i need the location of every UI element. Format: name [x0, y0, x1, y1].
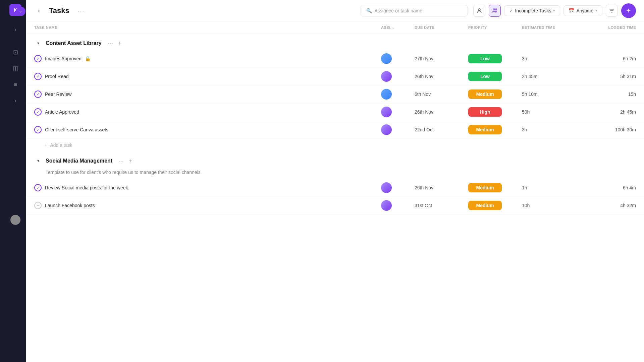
task-estimated-time: 5h 10m — [522, 92, 582, 97]
group-title-2: Social Media Management — [46, 158, 112, 164]
task-checkbox[interactable]: ✓ — [34, 184, 42, 191]
avatar — [381, 71, 392, 82]
task-name-cell: ✓ Review Social media posts for the week… — [34, 184, 381, 191]
task-assignee — [381, 182, 415, 193]
group-collapse-arrow-1[interactable]: ▾ — [34, 39, 42, 47]
task-name: Proof Read — [45, 74, 69, 79]
task-name: Peer Review — [45, 92, 71, 97]
task-name: Review Social media posts for the week. — [45, 185, 129, 190]
task-name-cell: ✓ Proof Read — [34, 73, 381, 80]
col-assignee: ASSI... — [381, 25, 415, 29]
table-row: ✓ Article Approved 26th Nov High 50h 2h … — [26, 103, 644, 121]
task-estimated-time: 3h — [522, 127, 582, 132]
task-due-date: 26th Nov — [415, 74, 468, 79]
group-filter-btn[interactable] — [489, 5, 501, 17]
task-name: Launch Facebook posts — [45, 203, 95, 208]
group-add-btn-1[interactable]: + — [116, 39, 124, 47]
table-header: TASK NAME ASSI... DUE DATE PRIORITY ESTI… — [26, 21, 644, 34]
task-assignee — [381, 107, 415, 117]
header: › Tasks ⋯ 🔍 Assignee or task name ✓ Inco… — [26, 0, 644, 21]
chevron-down-icon-2: ▾ — [595, 8, 597, 13]
priority-badge: Low — [468, 54, 502, 63]
table-row: − Launch Facebook posts 31st Oct Medium … — [26, 197, 644, 215]
table-row: ✓ Peer Review 6th Nov Medium 5h 10m 15h — [26, 85, 644, 103]
task-assignee — [381, 53, 415, 64]
task-estimated-time: 1h — [522, 185, 582, 190]
sidebar-nav-item-2[interactable]: ⊡ — [9, 46, 22, 59]
sidebar-nav-item-3[interactable]: ◫ — [9, 62, 22, 75]
task-priority: Medium — [468, 183, 522, 192]
group-description: Template to use for client's who require… — [26, 168, 644, 179]
priority-badge: Medium — [468, 201, 502, 210]
task-name-cell: ✓ Article Approved — [34, 108, 381, 116]
group-header-1: ▾ Content Asset Library ⋯ + — [26, 34, 644, 50]
sidebar-nav-item-4[interactable]: ≡ — [9, 78, 22, 91]
sidebar-nav-item-1[interactable]: › — [9, 23, 22, 36]
task-logged-time: 6h 2m — [582, 56, 636, 61]
assignee-filter-btn[interactable] — [473, 5, 485, 17]
task-checkbox[interactable]: ✓ — [34, 73, 42, 80]
task-due-date: 31st Oct — [415, 203, 468, 208]
header-menu-dots[interactable]: ⋯ — [77, 7, 84, 15]
task-due-date: 6th Nov — [415, 92, 468, 97]
col-due-date: DUE DATE — [415, 25, 468, 29]
group-content-asset-library: ▾ Content Asset Library ⋯ + ✓ Images App… — [26, 34, 644, 152]
avatar — [381, 89, 392, 100]
sidebar-expand-arrow[interactable]: › — [16, 7, 25, 16]
add-task-plus-icon: + — [44, 142, 47, 148]
sidebar-profile-circle[interactable] — [9, 213, 22, 227]
priority-badge: Medium — [468, 183, 502, 192]
task-estimated-time: 3h — [522, 56, 582, 61]
task-name: Client self-serve Canva assets — [45, 127, 108, 132]
group-header-2: ▾ Social Media Management ⋯ + — [26, 152, 644, 168]
col-priority: PRIORITY — [468, 25, 522, 29]
avatar — [381, 124, 392, 135]
task-logged-time: 2h 45m — [582, 109, 636, 115]
task-checkbox[interactable]: ✓ — [34, 108, 42, 116]
filter-icon-btn[interactable] — [606, 5, 618, 17]
group-dots-btn-2[interactable]: ⋯ — [117, 157, 125, 165]
group-add-btn-2[interactable]: + — [126, 157, 135, 165]
group-title-1: Content Asset Library — [46, 40, 102, 46]
task-table: TASK NAME ASSI... DUE DATE PRIORITY ESTI… — [26, 21, 644, 362]
sidebar-nav-item-5[interactable]: › — [9, 94, 22, 107]
task-due-date: 27th Nov — [415, 56, 468, 61]
task-priority: Medium — [468, 125, 522, 134]
chevron-down-icon: ▾ — [553, 8, 555, 13]
task-assignee — [381, 124, 415, 135]
task-name-cell: ✓ Images Approved 🔒 — [34, 55, 381, 62]
task-checkbox[interactable]: ✓ — [34, 126, 42, 133]
table-row: ✓ Client self-serve Canva assets 22nd Oc… — [26, 121, 644, 139]
priority-badge: High — [468, 107, 502, 117]
col-logged-time: LOGGED TIME — [582, 25, 636, 29]
time-filter-label: Anytime — [576, 8, 593, 13]
task-priority: Medium — [468, 201, 522, 210]
search-icon: 🔍 — [366, 8, 372, 13]
task-name-cell: ✓ Peer Review — [34, 90, 381, 98]
task-priority: Low — [468, 54, 522, 63]
group-dots-btn-1[interactable]: ⋯ — [106, 39, 114, 47]
avatar — [381, 107, 392, 117]
incomplete-tasks-label: Incomplete Tasks — [515, 8, 551, 13]
search-bar[interactable]: 🔍 Assignee or task name — [361, 5, 468, 16]
add-task-row[interactable]: + Add a task — [26, 139, 644, 152]
task-checkbox[interactable]: ✓ — [34, 55, 42, 62]
task-checkbox[interactable]: ✓ — [34, 90, 42, 98]
task-due-date: 26th Nov — [415, 109, 468, 115]
header-nav-arrow[interactable]: › — [34, 6, 44, 15]
svg-point-2 — [495, 9, 497, 10]
add-task-label: Add a task — [50, 142, 72, 148]
add-task-btn[interactable]: + — [621, 3, 636, 18]
svg-point-0 — [478, 9, 480, 11]
task-logged-time: 100h 30m — [582, 127, 636, 132]
task-checkbox[interactable]: − — [34, 202, 42, 209]
group-collapse-arrow-2[interactable]: ▾ — [34, 157, 42, 165]
incomplete-tasks-filter[interactable]: ✓ Incomplete Tasks ▾ — [504, 5, 560, 16]
plus-icon: + — [627, 6, 631, 15]
task-logged-time: 5h 31m — [582, 74, 636, 79]
task-name-cell: ✓ Client self-serve Canva assets — [34, 126, 381, 133]
task-name: Images Approved — [45, 56, 82, 61]
task-logged-time: 4h 32m — [582, 203, 636, 208]
time-filter[interactable]: 📅 Anytime ▾ — [564, 5, 602, 16]
col-task-name: TASK NAME — [34, 25, 381, 29]
